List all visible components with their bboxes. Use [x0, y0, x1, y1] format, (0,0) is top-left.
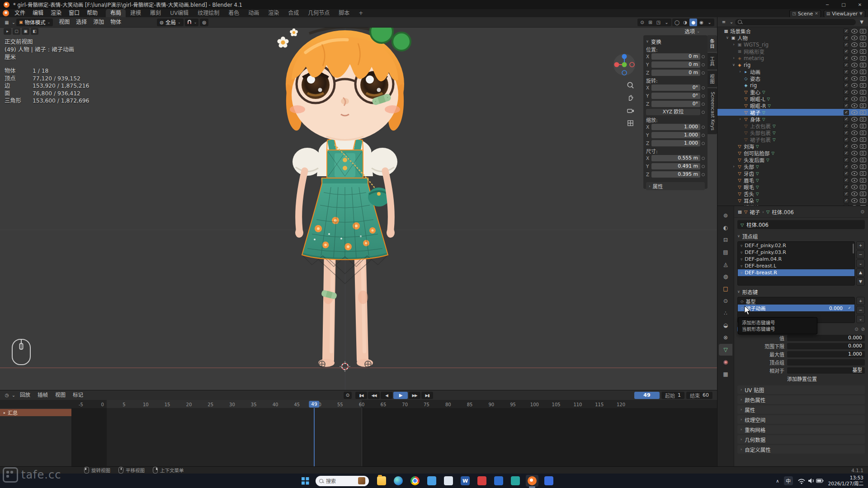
selectable-checkbox-icon[interactable]	[844, 164, 849, 169]
animate-dot-icon[interactable]	[700, 63, 705, 66]
start-button[interactable]	[298, 475, 312, 487]
pan-hand-icon[interactable]	[626, 93, 635, 102]
timeline-menu-item[interactable]: 回放	[16, 390, 34, 400]
DEF-f_pinky.03.R[interactable]: ▿ DEF-f_pinky.03.R	[738, 249, 854, 256]
expand-chevron-icon[interactable]: ∨	[725, 36, 730, 40]
value-field[interactable]: 1.000	[651, 132, 700, 138]
editor-chevron-icon[interactable]: ⌄	[12, 392, 15, 399]
eye-icon[interactable]	[851, 131, 858, 135]
transform-panel-header[interactable]: ∨ 变换	[646, 37, 705, 46]
value-field[interactable]: 0°	[651, 101, 700, 107]
task-app-teal[interactable]	[509, 475, 522, 487]
selectable-checkbox-icon[interactable]	[844, 184, 849, 190]
camera-render-icon[interactable]	[860, 90, 866, 94]
mesh-data-name-field[interactable]: ▽ 柱体.006	[737, 220, 865, 229]
selectable-checkbox-icon[interactable]	[844, 171, 849, 176]
transform-orientation-dropdown[interactable]: ◍ 全局 ⌄	[157, 19, 183, 26]
field-value[interactable]	[787, 359, 865, 366]
camera-render-icon[interactable]	[860, 110, 866, 115]
outliner-row[interactable]: › 动画 ▽	[717, 68, 868, 75]
selectable-checkbox-icon[interactable]	[844, 130, 849, 136]
jump-to-prev-keyframe[interactable]: ◀◀	[368, 392, 380, 399]
value-field[interactable]: 0 m	[651, 70, 700, 76]
move-down-button[interactable]: ▼	[856, 277, 865, 286]
shading-chevron-icon[interactable]: ⌄	[706, 19, 713, 26]
breadcrumb-data[interactable]: 柱体.006	[772, 208, 794, 216]
overlay-chevron-icon[interactable]: ⌄	[663, 19, 670, 26]
show-overlays-icon[interactable]: ⊞	[646, 19, 654, 26]
remove-vertex-group-button[interactable]: −	[856, 250, 865, 258]
clock[interactable]: 13:53 2026/1/27/周二	[828, 475, 863, 487]
viewport-canvas[interactable]: 正交前视图 (49) 人物 | 裙子 : 裙子动画 厘米 物体 1 / 18 顶…	[0, 27, 717, 390]
outliner-row[interactable]: › 头部 ▽	[717, 163, 868, 170]
camera-render-icon[interactable]	[860, 49, 866, 54]
eye-icon[interactable]	[851, 83, 858, 88]
transform-row[interactable]: X 0.555 m	[646, 154, 705, 162]
grid-toggle-icon[interactable]	[626, 118, 635, 127]
transform-row[interactable]: XYZ 欧拉	[646, 108, 705, 116]
xray-toggle-icon[interactable]: ◳	[655, 19, 662, 26]
tab-object-data[interactable]: ▽	[719, 344, 732, 356]
add-shape-key-button[interactable]: +	[856, 297, 865, 305]
list-scrollbar[interactable]	[853, 244, 854, 253]
outliner-row[interactable]: 场景集合 ▽	[717, 28, 868, 34]
eye-icon[interactable]	[851, 29, 858, 33]
selectable-checkbox-icon[interactable]	[844, 89, 849, 95]
camera-render-icon[interactable]	[860, 198, 866, 203]
menu-item[interactable]: 帮助	[83, 9, 101, 17]
selectable-checkbox-icon[interactable]	[844, 117, 849, 122]
workspace-tab[interactable]: 着色	[224, 9, 244, 17]
value-field[interactable]: 0°	[651, 84, 700, 91]
camera-render-icon[interactable]	[860, 137, 866, 142]
outliner-row[interactable]: 眼毛 ▽	[717, 183, 868, 190]
animate-dot-icon[interactable]	[700, 126, 705, 129]
tab-particles[interactable]: ∴	[719, 307, 732, 319]
tab-scene[interactable]: ◬	[719, 258, 732, 270]
camera-render-icon[interactable]	[860, 185, 866, 189]
camera-render-icon[interactable]	[860, 131, 866, 135]
shape-key-mute-checkbox[interactable]	[847, 306, 852, 310]
collapsed-panel-header[interactable]: › 几何数据	[737, 435, 865, 444]
sidebar-tab[interactable]: Screencast Keys	[708, 88, 717, 134]
animate-dot-icon[interactable]	[700, 165, 705, 168]
frame-end-field[interactable]: 结束 60	[686, 392, 712, 399]
task-app-blue[interactable]	[492, 475, 505, 487]
workspace-tab[interactable]: 动画	[244, 9, 264, 17]
field-value[interactable]: 1.000	[787, 351, 865, 357]
DEF-f_pinky.02.R[interactable]: ▿ DEF-f_pinky.02.R	[738, 242, 854, 249]
expand-chevron-icon[interactable]: ›	[731, 164, 736, 169]
camera-render-icon[interactable]	[860, 178, 866, 183]
hidden-icons-chevron[interactable]: ∧	[776, 479, 779, 483]
outliner-row[interactable]: 牙齿 ▽	[717, 170, 868, 177]
shape-key-lock-icon[interactable]: ⊙	[854, 327, 858, 332]
expand-chevron-icon[interactable]: ›	[731, 42, 736, 47]
workspace-tab[interactable]: 脚本	[334, 9, 354, 17]
filter-icon[interactable]: ▼	[858, 19, 866, 26]
workspace-tab[interactable]: 渲染	[264, 9, 283, 17]
shading-material-icon[interactable]: ●	[689, 19, 697, 26]
value-field[interactable]: 0.491 m	[651, 163, 700, 169]
tab-render[interactable]: ◐	[719, 222, 732, 234]
workspace-tab[interactable]: UV编辑	[165, 9, 193, 17]
eye-icon[interactable]	[851, 70, 858, 74]
outliner-row[interactable]: ∨ rig ▽	[717, 61, 868, 68]
selectable-checkbox-icon[interactable]	[844, 69, 849, 75]
outliner-row[interactable]: 蝴蝶结 ▽	[717, 204, 868, 206]
animate-dot-icon[interactable]	[700, 86, 705, 89]
collapsed-panel-header[interactable]: › 属性	[737, 405, 865, 414]
value-field[interactable]: 0.555 m	[651, 155, 700, 161]
nav-gizmo[interactable]	[613, 53, 636, 76]
timeline-menu-item[interactable]: 插帧	[34, 390, 52, 400]
camera-render-icon[interactable]	[860, 117, 866, 122]
shape-key-edit-icon[interactable]: ⊘	[861, 327, 865, 332]
value-field[interactable]: 0°	[651, 93, 700, 99]
outliner-search-input[interactable]	[744, 19, 853, 25]
eye-icon[interactable]	[851, 205, 858, 206]
tab-constraints[interactable]: ⊗	[719, 332, 732, 343]
editor-type-icon[interactable]: ▦	[3, 19, 11, 26]
display-mode-chevron-icon[interactable]: ⌄	[730, 19, 733, 26]
menu-item[interactable]: 编辑	[29, 9, 47, 17]
camera-render-icon[interactable]	[860, 103, 866, 108]
viewlayer-filter-icon[interactable]: ▼	[859, 11, 863, 16]
viewport-menu-item[interactable]: 视图	[56, 17, 73, 27]
